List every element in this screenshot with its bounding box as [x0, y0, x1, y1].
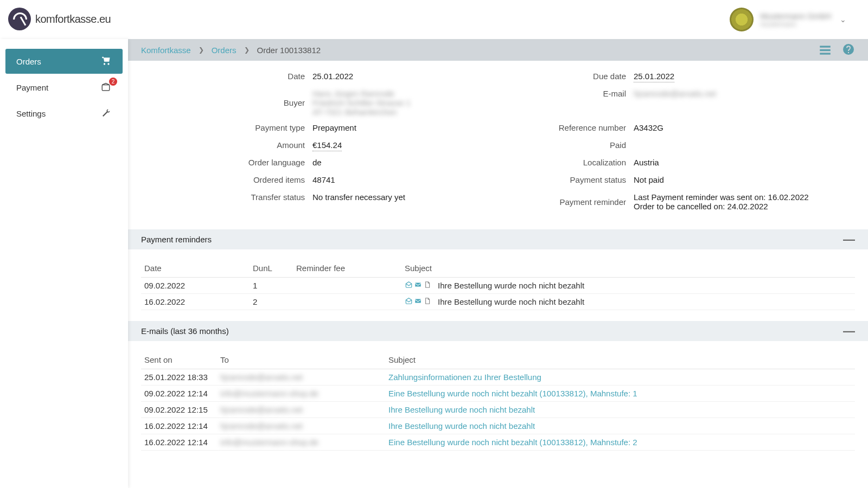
- value-duedate[interactable]: 25.01.2022: [634, 72, 674, 82]
- cell-subject: Ihre Bestellung wurde noch nicht bezahlt: [401, 294, 855, 310]
- value-date: 25.01.2022: [312, 72, 353, 82]
- cell-to: info@mustermann-shop.de: [217, 434, 385, 451]
- email-link[interactable]: Eine Bestellung wurde noch nicht bezahlt…: [388, 389, 637, 398]
- cell-fee: [293, 294, 401, 310]
- svg-rect-3: [820, 53, 831, 54]
- svg-rect-2: [820, 49, 831, 51]
- label-email: E-mail: [498, 89, 634, 100]
- value-buyer: Hans Jürgen Ramrode Friedrich-Schiller-S…: [312, 89, 411, 117]
- logo[interactable]: komfortkasse.eu: [8, 8, 111, 30]
- avatar: [730, 8, 754, 31]
- chevron-right-icon: ❯: [244, 46, 250, 54]
- menu-icon[interactable]: [818, 43, 832, 57]
- account-sub: mustermann: [760, 21, 831, 28]
- label-ref: Reference number: [498, 123, 634, 134]
- nav-label: Payment: [16, 83, 48, 92]
- document-icon[interactable]: [423, 297, 431, 305]
- breadcrumb-current: Order 100133812: [257, 46, 321, 55]
- breadcrumb-orders[interactable]: Orders: [212, 46, 237, 55]
- cart-icon: [100, 56, 112, 67]
- table-row: 16.02.2022 12:14hjramrode@arvatis.netIhr…: [141, 418, 855, 434]
- value-email: hjramrode@arvatis.net: [634, 89, 716, 100]
- sidebar-item-payment[interactable]: Payment 2: [5, 75, 123, 100]
- chevron-right-icon: ❯: [199, 46, 204, 54]
- col-dunl[interactable]: DunL: [250, 259, 293, 278]
- sidebar-item-orders[interactable]: Orders: [5, 49, 123, 74]
- label-paytype: Payment type: [177, 123, 312, 134]
- mail-icon[interactable]: [414, 297, 422, 305]
- wrench-icon: [100, 108, 112, 118]
- chevron-down-icon: ⌄: [840, 15, 846, 24]
- col-subject[interactable]: Subject: [401, 259, 855, 278]
- label-loc: Localization: [498, 158, 634, 169]
- section-title: E-mails (last 36 months): [141, 326, 229, 336]
- value-paystatus: Not paid: [634, 175, 664, 186]
- email-link[interactable]: Ihre Bestellung wurde noch nicht bezahlt: [388, 405, 535, 414]
- label-duedate: Due date: [498, 72, 634, 82]
- label-items: Ordered items: [177, 175, 312, 186]
- cell-subject: Ihre Bestellung wurde noch nicht bezahlt: [401, 278, 855, 294]
- table-row: 25.01.2022 18:33hjramrode@arvatis.netZah…: [141, 369, 855, 386]
- label-buyer: Buyer: [177, 98, 312, 107]
- cell-date: 16.02.2022: [141, 294, 250, 310]
- col-sent[interactable]: Sent on: [141, 351, 217, 369]
- value-paytype: Prepayment: [312, 123, 356, 134]
- label-date: Date: [177, 72, 312, 82]
- table-row: 16.02.20222Ihre Bestellung wurde noch ni…: [141, 294, 855, 310]
- col-fee[interactable]: Reminder fee: [293, 259, 401, 278]
- document-icon[interactable]: [423, 281, 431, 288]
- table-row: 09.02.2022 12:15hjramrode@arvatis.netIhr…: [141, 402, 855, 418]
- collapse-icon[interactable]: —: [843, 328, 855, 335]
- label-amount: Amount: [177, 140, 312, 151]
- account-name: Mustermann GmbH: [760, 11, 831, 21]
- breadcrumb-root[interactable]: Komfortkasse: [141, 46, 191, 55]
- cell-subject: Eine Bestellung wurde noch nicht bezahlt…: [385, 434, 855, 451]
- mail-open-icon[interactable]: [405, 281, 413, 288]
- mail-open-icon[interactable]: [405, 297, 413, 305]
- cell-to: hjramrode@arvatis.net: [217, 402, 385, 418]
- label-reminder: Payment reminder: [498, 197, 634, 207]
- reminders-table: Date DunL Reminder fee Subject 09.02.202…: [128, 249, 868, 317]
- svg-rect-5: [415, 299, 421, 303]
- col-to[interactable]: To: [217, 351, 385, 369]
- svg-rect-0: [102, 85, 110, 91]
- breadcrumb: Komfortkasse ❯ Orders ❯ Order 100133812: [141, 46, 321, 55]
- cell-sent: 16.02.2022 12:14: [141, 434, 217, 451]
- account-switcher[interactable]: Mustermann GmbH mustermann ⌄: [730, 8, 846, 31]
- label-lang: Order language: [177, 158, 312, 169]
- table-row: 09.02.20221Ihre Bestellung wurde noch ni…: [141, 278, 855, 294]
- email-link[interactable]: Zahlungsinformationen zu Ihrer Bestellun…: [388, 373, 541, 382]
- table-row: 16.02.2022 12:14info@mustermann-shop.deE…: [141, 434, 855, 451]
- sidebar: Orders Payment 2 Settings: [0, 39, 128, 488]
- svg-rect-4: [415, 283, 421, 287]
- nav-label: Settings: [16, 109, 46, 118]
- section-reminders-header[interactable]: Payment reminders —: [128, 229, 868, 249]
- breadcrumb-bar: Komfortkasse ❯ Orders ❯ Order 100133812: [128, 39, 868, 61]
- sidebar-item-settings[interactable]: Settings: [5, 101, 123, 126]
- topbar: komfortkasse.eu Mustermann GmbH musterma…: [0, 0, 868, 39]
- cell-sent: 09.02.2022 12:15: [141, 402, 217, 418]
- help-icon[interactable]: [842, 43, 855, 57]
- value-loc: Austria: [634, 158, 659, 169]
- cell-to: hjramrode@arvatis.net: [217, 369, 385, 386]
- table-row: 09.02.2022 12:14info@mustermann-shop.deE…: [141, 386, 855, 402]
- section-emails-header[interactable]: E-mails (last 36 months) —: [128, 321, 868, 341]
- cell-to: hjramrode@arvatis.net: [217, 418, 385, 434]
- svg-rect-1: [820, 46, 831, 47]
- email-link[interactable]: Eine Bestellung wurde noch nicht bezahlt…: [388, 438, 637, 447]
- cell-dunl: 1: [250, 278, 293, 294]
- value-ref: A3432G: [634, 123, 663, 134]
- email-link[interactable]: Ihre Bestellung wurde noch nicht bezahlt: [388, 421, 535, 431]
- emails-table: Sent on To Subject 25.01.2022 18:33hjram…: [128, 341, 868, 457]
- logo-icon: [8, 8, 31, 30]
- cell-fee: [293, 278, 401, 294]
- col-subject[interactable]: Subject: [385, 351, 855, 369]
- order-details: Date 25.01.2022 Due date 25.01.2022 Buye…: [128, 61, 868, 225]
- value-amount[interactable]: €154.24: [312, 140, 342, 151]
- nav-badge: 2: [109, 78, 117, 86]
- collapse-icon[interactable]: —: [843, 236, 855, 243]
- value-transfer: No transfer necessary yet: [312, 192, 405, 203]
- col-date[interactable]: Date: [141, 259, 250, 278]
- mail-icon[interactable]: [414, 281, 422, 288]
- cell-to: info@mustermann-shop.de: [217, 386, 385, 402]
